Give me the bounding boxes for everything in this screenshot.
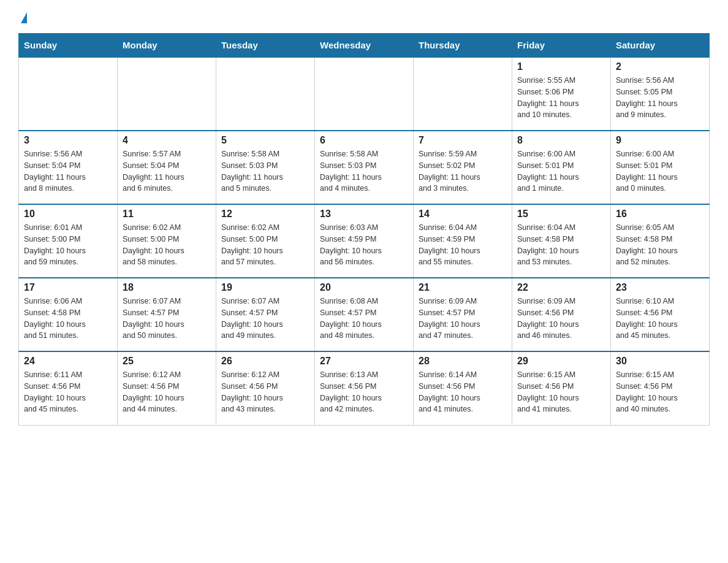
day-number: 1	[517, 61, 605, 72]
calendar-cell: 21Sunrise: 6:09 AM Sunset: 4:57 PM Dayli…	[414, 278, 512, 351]
day-number: 24	[24, 356, 112, 367]
weekday-header-row: SundayMondayTuesdayWednesdayThursdayFrid…	[19, 34, 710, 58]
day-number: 6	[320, 135, 408, 146]
day-info: Sunrise: 6:15 AM Sunset: 4:56 PM Dayligh…	[616, 369, 704, 415]
calendar-cell: 4Sunrise: 5:57 AM Sunset: 5:04 PM Daylig…	[118, 131, 216, 204]
calendar-cell: 7Sunrise: 5:59 AM Sunset: 5:02 PM Daylig…	[414, 131, 512, 204]
day-number: 26	[221, 356, 309, 367]
day-info: Sunrise: 6:04 AM Sunset: 4:58 PM Dayligh…	[517, 222, 605, 268]
day-number: 29	[517, 356, 605, 367]
day-number: 5	[221, 135, 309, 146]
day-info: Sunrise: 6:12 AM Sunset: 4:56 PM Dayligh…	[123, 369, 211, 415]
calendar-cell: 1Sunrise: 5:55 AM Sunset: 5:06 PM Daylig…	[512, 57, 611, 131]
calendar-cell: 8Sunrise: 6:00 AM Sunset: 5:01 PM Daylig…	[512, 131, 611, 204]
day-number: 9	[616, 135, 704, 146]
calendar-cell: 3Sunrise: 5:56 AM Sunset: 5:04 PM Daylig…	[19, 131, 118, 204]
weekday-header-wednesday: Wednesday	[315, 34, 414, 58]
day-number: 17	[24, 282, 112, 293]
day-info: Sunrise: 5:55 AM Sunset: 5:06 PM Dayligh…	[517, 75, 605, 121]
day-number: 13	[320, 209, 408, 220]
calendar-cell	[216, 57, 315, 131]
calendar-week-2: 3Sunrise: 5:56 AM Sunset: 5:04 PM Daylig…	[19, 131, 710, 204]
day-info: Sunrise: 6:07 AM Sunset: 4:57 PM Dayligh…	[221, 296, 309, 342]
calendar-cell: 28Sunrise: 6:14 AM Sunset: 4:56 PM Dayli…	[414, 351, 512, 425]
day-number: 12	[221, 209, 309, 220]
calendar-cell: 27Sunrise: 6:13 AM Sunset: 4:56 PM Dayli…	[315, 351, 414, 425]
calendar-cell: 6Sunrise: 5:58 AM Sunset: 5:03 PM Daylig…	[315, 131, 414, 204]
calendar-cell: 22Sunrise: 6:09 AM Sunset: 4:56 PM Dayli…	[512, 278, 611, 351]
day-info: Sunrise: 6:13 AM Sunset: 4:56 PM Dayligh…	[320, 369, 408, 415]
weekday-header-sunday: Sunday	[19, 34, 118, 58]
calendar-cell: 30Sunrise: 6:15 AM Sunset: 4:56 PM Dayli…	[611, 351, 710, 425]
weekday-header-saturday: Saturday	[611, 34, 710, 58]
day-info: Sunrise: 6:12 AM Sunset: 4:56 PM Dayligh…	[221, 369, 309, 415]
calendar-week-5: 24Sunrise: 6:11 AM Sunset: 4:56 PM Dayli…	[19, 351, 710, 425]
calendar-week-1: 1Sunrise: 5:55 AM Sunset: 5:06 PM Daylig…	[19, 57, 710, 131]
weekday-header-monday: Monday	[118, 34, 216, 58]
day-number: 16	[616, 209, 704, 220]
calendar-cell: 12Sunrise: 6:02 AM Sunset: 5:00 PM Dayli…	[216, 204, 315, 278]
calendar-cell: 29Sunrise: 6:15 AM Sunset: 4:56 PM Dayli…	[512, 351, 611, 425]
calendar-cell: 17Sunrise: 6:06 AM Sunset: 4:58 PM Dayli…	[19, 278, 118, 351]
day-info: Sunrise: 6:01 AM Sunset: 5:00 PM Dayligh…	[24, 222, 112, 268]
day-number: 21	[419, 282, 507, 293]
day-number: 19	[221, 282, 309, 293]
day-info: Sunrise: 6:15 AM Sunset: 4:56 PM Dayligh…	[517, 369, 605, 415]
day-number: 2	[616, 61, 704, 72]
calendar-cell: 9Sunrise: 6:00 AM Sunset: 5:01 PM Daylig…	[611, 131, 710, 204]
calendar-cell: 5Sunrise: 5:58 AM Sunset: 5:03 PM Daylig…	[216, 131, 315, 204]
day-number: 18	[123, 282, 211, 293]
calendar-cell: 26Sunrise: 6:12 AM Sunset: 4:56 PM Dayli…	[216, 351, 315, 425]
calendar-cell: 16Sunrise: 6:05 AM Sunset: 4:58 PM Dayli…	[611, 204, 710, 278]
day-info: Sunrise: 6:09 AM Sunset: 4:57 PM Dayligh…	[419, 296, 507, 342]
calendar-cell	[19, 57, 118, 131]
day-info: Sunrise: 6:00 AM Sunset: 5:01 PM Dayligh…	[616, 148, 704, 194]
day-number: 3	[24, 135, 112, 146]
calendar-cell	[414, 57, 512, 131]
day-number: 27	[320, 356, 408, 367]
calendar-cell: 19Sunrise: 6:07 AM Sunset: 4:57 PM Dayli…	[216, 278, 315, 351]
day-number: 25	[123, 356, 211, 367]
day-number: 8	[517, 135, 605, 146]
day-number: 14	[419, 209, 507, 220]
day-info: Sunrise: 6:00 AM Sunset: 5:01 PM Dayligh…	[517, 148, 605, 194]
day-info: Sunrise: 6:02 AM Sunset: 5:00 PM Dayligh…	[123, 222, 211, 268]
calendar-cell: 11Sunrise: 6:02 AM Sunset: 5:00 PM Dayli…	[118, 204, 216, 278]
calendar-week-4: 17Sunrise: 6:06 AM Sunset: 4:58 PM Dayli…	[19, 278, 710, 351]
calendar-cell: 13Sunrise: 6:03 AM Sunset: 4:59 PM Dayli…	[315, 204, 414, 278]
weekday-header-tuesday: Tuesday	[216, 34, 315, 58]
calendar-cell: 20Sunrise: 6:08 AM Sunset: 4:57 PM Dayli…	[315, 278, 414, 351]
calendar-cell: 10Sunrise: 6:01 AM Sunset: 5:00 PM Dayli…	[19, 204, 118, 278]
calendar-cell: 18Sunrise: 6:07 AM Sunset: 4:57 PM Dayli…	[118, 278, 216, 351]
day-info: Sunrise: 6:10 AM Sunset: 4:56 PM Dayligh…	[616, 296, 704, 342]
calendar-cell	[315, 57, 414, 131]
day-info: Sunrise: 6:03 AM Sunset: 4:59 PM Dayligh…	[320, 222, 408, 268]
day-number: 7	[419, 135, 507, 146]
calendar-week-3: 10Sunrise: 6:01 AM Sunset: 5:00 PM Dayli…	[19, 204, 710, 278]
calendar-cell: 24Sunrise: 6:11 AM Sunset: 4:56 PM Dayli…	[19, 351, 118, 425]
day-info: Sunrise: 5:57 AM Sunset: 5:04 PM Dayligh…	[123, 148, 211, 194]
day-info: Sunrise: 6:07 AM Sunset: 4:57 PM Dayligh…	[123, 296, 211, 342]
logo-triangle-icon	[21, 12, 27, 23]
day-info: Sunrise: 6:11 AM Sunset: 4:56 PM Dayligh…	[24, 369, 112, 415]
day-number: 22	[517, 282, 605, 293]
day-number: 30	[616, 356, 704, 367]
day-info: Sunrise: 6:08 AM Sunset: 4:57 PM Dayligh…	[320, 296, 408, 342]
day-info: Sunrise: 5:58 AM Sunset: 5:03 PM Dayligh…	[221, 148, 309, 194]
day-number: 11	[123, 209, 211, 220]
page-header	[18, 12, 710, 23]
day-info: Sunrise: 6:14 AM Sunset: 4:56 PM Dayligh…	[419, 369, 507, 415]
calendar-cell: 2Sunrise: 5:56 AM Sunset: 5:05 PM Daylig…	[611, 57, 710, 131]
calendar-table: SundayMondayTuesdayWednesdayThursdayFrid…	[18, 33, 710, 426]
day-number: 15	[517, 209, 605, 220]
weekday-header-thursday: Thursday	[414, 34, 512, 58]
calendar-cell: 15Sunrise: 6:04 AM Sunset: 4:58 PM Dayli…	[512, 204, 611, 278]
day-info: Sunrise: 5:58 AM Sunset: 5:03 PM Dayligh…	[320, 148, 408, 194]
day-number: 23	[616, 282, 704, 293]
calendar-cell: 14Sunrise: 6:04 AM Sunset: 4:59 PM Dayli…	[414, 204, 512, 278]
day-number: 20	[320, 282, 408, 293]
logo	[18, 12, 27, 23]
day-number: 10	[24, 209, 112, 220]
calendar-cell: 23Sunrise: 6:10 AM Sunset: 4:56 PM Dayli…	[611, 278, 710, 351]
day-info: Sunrise: 6:02 AM Sunset: 5:00 PM Dayligh…	[221, 222, 309, 268]
